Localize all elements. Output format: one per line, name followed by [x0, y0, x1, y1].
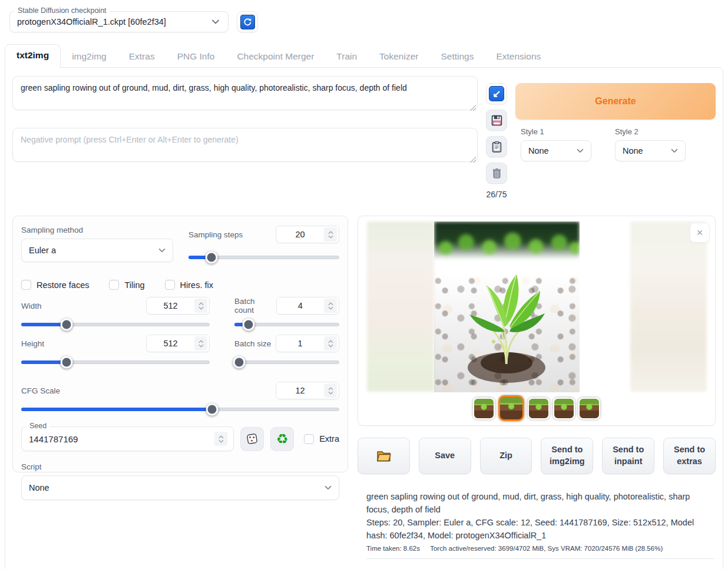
info-meta-text: Time taken: 8.62s Torch active/reserved:…	[366, 544, 714, 558]
script-label: Script	[21, 462, 339, 471]
tab-png-info[interactable]: PNG Info	[166, 46, 226, 67]
sampling-method-dropdown[interactable]: Euler a	[21, 239, 173, 262]
sampling-steps-field[interactable]	[276, 230, 324, 239]
stepper-icon[interactable]	[324, 336, 337, 350]
tab-checkpoint-merger[interactable]: Checkpoint Merger	[226, 46, 325, 67]
floppy-disk-icon	[491, 114, 503, 127]
send-to-inpaint-button[interactable]: Send to inpaint	[602, 438, 654, 474]
negative-prompt-input[interactable]	[12, 128, 478, 162]
zip-button[interactable]: Zip	[480, 438, 532, 474]
tab-settings[interactable]: Settings	[429, 46, 485, 67]
width-input	[146, 297, 210, 315]
send-to-img2img-button[interactable]: Send to img2img	[541, 438, 593, 474]
gallery-next-image[interactable]	[630, 221, 707, 392]
reuse-seed-button[interactable]: ♻	[270, 427, 294, 451]
checkbox-icon	[304, 434, 314, 444]
refresh-checkpoints-button[interactable]	[237, 11, 258, 32]
style2-dropdown[interactable]: None	[615, 140, 686, 161]
generate-button[interactable]: Generate	[515, 83, 716, 120]
tiling-label: Tiling	[124, 280, 144, 290]
hires-fix-checkbox[interactable]: Hires. fix	[165, 280, 213, 290]
width-slider[interactable]	[21, 323, 210, 326]
cfg-scale-field[interactable]	[276, 386, 324, 395]
txt2img-panel: green sapling rowing out of ground, mud,…	[5, 67, 723, 569]
close-icon: ×	[696, 226, 703, 239]
batch-size-slider[interactable]	[234, 360, 339, 364]
chevron-down-icon	[323, 483, 333, 492]
tab-img2img[interactable]: img2img	[61, 46, 118, 67]
batch-size-field[interactable]	[276, 339, 324, 348]
tab-txt2img[interactable]: txt2img	[5, 44, 61, 68]
clear-prompt-button[interactable]	[486, 163, 507, 184]
stepper-icon[interactable]	[324, 383, 337, 398]
batch-size-input	[276, 335, 339, 352]
chevron-down-icon	[210, 16, 221, 27]
style1-label: Style 1	[521, 127, 591, 136]
thumbnail-2-selected[interactable]	[498, 395, 524, 421]
checkpoint-dropdown[interactable]: Stable Diffusion checkpoint protogenX34O…	[9, 11, 229, 32]
sampling-method-value: Euler a	[29, 246, 56, 255]
seed-field[interactable]	[29, 434, 206, 444]
tab-extras[interactable]: Extras	[118, 46, 166, 67]
thumbnail-4[interactable]	[553, 398, 575, 419]
height-label: Height	[21, 339, 44, 348]
script-dropdown[interactable]: None	[21, 475, 339, 500]
gallery-thumbnails	[473, 395, 600, 421]
tiling-checkbox[interactable]: Tiling	[109, 280, 144, 290]
token-counter: 26/75	[486, 190, 507, 199]
width-label: Width	[21, 302, 42, 310]
recycle-icon: ♻	[276, 432, 289, 446]
chevron-down-icon	[670, 146, 679, 156]
style1-dropdown[interactable]: None	[521, 140, 591, 161]
checkpoint-value: protogenX34OfficialR_1.ckpt [60fe2f34]	[17, 17, 166, 27]
info-prompt-text: green sapling rowing out of ground, mud,…	[366, 490, 714, 516]
cfg-scale-label: CFG Scale	[21, 386, 60, 395]
random-seed-button[interactable]	[240, 427, 264, 451]
checkbox-icon	[109, 280, 119, 290]
thumbnail-5[interactable]	[578, 398, 600, 419]
batch-count-slider[interactable]	[234, 323, 339, 326]
batch-count-input	[276, 297, 339, 315]
stepper-icon[interactable]	[324, 299, 337, 313]
thumbnail-1[interactable]	[473, 398, 495, 419]
sapling-illustration	[434, 221, 580, 392]
height-field[interactable]	[147, 339, 194, 348]
info-params-text: Steps: 20, Sampler: Euler a, CFG scale: …	[366, 516, 714, 542]
stepper-icon[interactable]	[214, 432, 227, 446]
sampling-method-label: Sampling method	[21, 226, 173, 234]
batch-count-label: Batch count	[234, 297, 276, 315]
open-folder-button[interactable]	[358, 438, 410, 474]
batch-size-label: Batch size	[234, 339, 271, 348]
tab-tokenizer[interactable]: Tokenizer	[368, 46, 429, 67]
height-slider[interactable]	[21, 360, 210, 364]
paste-params-button[interactable]: ↙	[486, 83, 507, 104]
restore-faces-checkbox[interactable]: Restore faces	[21, 280, 89, 290]
gallery-prev-image[interactable]	[367, 221, 434, 392]
close-gallery-button[interactable]: ×	[690, 223, 710, 243]
trash-icon	[491, 167, 503, 180]
chevron-down-icon	[575, 146, 585, 156]
apply-style-button[interactable]	[486, 136, 507, 157]
width-field[interactable]	[147, 301, 194, 310]
checkbox-icon	[21, 280, 31, 290]
style2-value: None	[623, 146, 643, 156]
save-style-button[interactable]	[486, 110, 507, 131]
sampling-steps-input	[276, 226, 339, 243]
save-button[interactable]: Save	[419, 438, 471, 474]
batch-count-field[interactable]	[277, 301, 324, 310]
folder-icon	[376, 449, 392, 462]
extra-seed-checkbox[interactable]: Extra	[304, 434, 339, 444]
thumbnail-3[interactable]	[528, 398, 550, 419]
generation-info: green sapling rowing out of ground, mud,…	[358, 490, 716, 559]
generated-image[interactable]	[434, 221, 580, 392]
send-to-extras-button[interactable]: Send to extras	[663, 438, 716, 474]
prompt-input[interactable]: green sapling rowing out of ground, mud,…	[12, 76, 478, 110]
tab-train[interactable]: Train	[325, 46, 368, 67]
time-taken-text: Time taken: 8.62s	[366, 545, 420, 552]
tab-extensions[interactable]: Extensions	[485, 46, 552, 67]
sampling-steps-slider[interactable]	[188, 256, 339, 259]
cfg-scale-slider[interactable]	[21, 408, 339, 411]
stepper-icon[interactable]	[194, 336, 207, 350]
stepper-icon[interactable]	[194, 299, 207, 313]
stepper-icon[interactable]	[324, 227, 337, 242]
